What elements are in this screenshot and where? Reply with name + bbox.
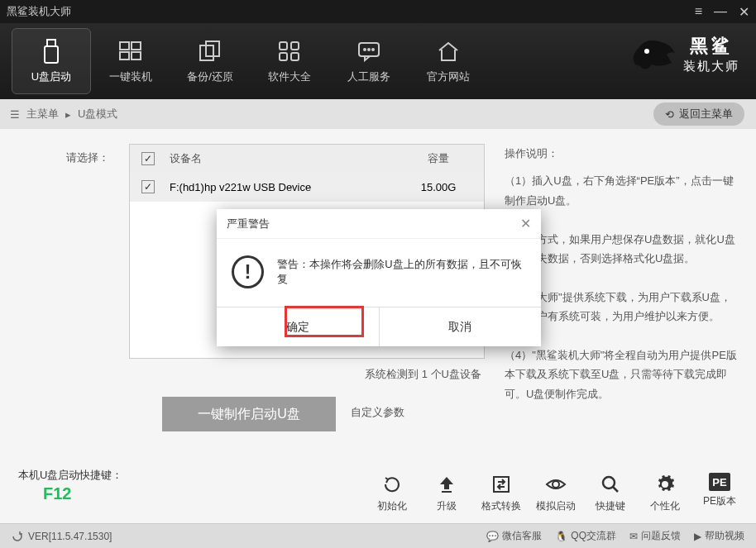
- tool-simulate-boot[interactable]: 模拟启动: [536, 473, 576, 513]
- svg-point-13: [364, 49, 366, 50]
- wechat-support-link[interactable]: 💬微信客服: [486, 529, 542, 543]
- col-device-name: 设备名: [166, 151, 393, 166]
- instructions-title: 操作说明：: [505, 144, 738, 163]
- svg-rect-4: [120, 52, 129, 60]
- dialog-close-icon[interactable]: ✕: [520, 216, 531, 231]
- custom-params-link[interactable]: 自定义参数: [351, 405, 485, 420]
- nav-official-site[interactable]: 官方网站: [409, 28, 488, 94]
- dialog-message: 警告：本操作将会删除U盘上的所有数据，且不可恢复: [277, 257, 526, 287]
- refresh-icon: [12, 531, 23, 542]
- shark-icon: [629, 31, 678, 76]
- svg-point-15: [372, 49, 374, 50]
- help-video-link[interactable]: ▶帮助视频: [694, 529, 744, 543]
- instruction-step: （1）插入U盘，右下角选择“PE版本”，点击一键制作启动U盘。: [505, 171, 738, 210]
- status-bar: VER[11.5.47.1530] 💬微信客服 🐧QQ交流群 ✉问题反馈 ▶帮助…: [0, 523, 756, 548]
- minimize-icon[interactable]: —: [714, 4, 727, 19]
- svg-point-14: [368, 49, 370, 50]
- table-header: ✓ 设备名 容量: [130, 145, 484, 173]
- svg-rect-0: [47, 40, 55, 46]
- top-nav: U盘启动 一键装机 备份/还原 软件大全 人工服务 官方网站 黑鲨 装机大师: [0, 23, 756, 99]
- pe-icon: PE: [709, 473, 730, 491]
- usb-icon: [43, 38, 60, 64]
- gear-icon: [653, 473, 677, 496]
- chevron-right-icon: ▸: [65, 108, 71, 121]
- instruction-step: （4）"黑鲨装机大师"将全程自动为用户提供PE版本下载及系统下载至U盘，只需等待…: [505, 345, 738, 403]
- warning-dialog: 严重警告 ✕ ! 警告：本操作将会删除U盘上的所有数据，且不可恢复 确定 取消: [217, 209, 541, 346]
- svg-rect-11: [291, 53, 299, 60]
- row-checkbox[interactable]: ✓: [141, 180, 155, 193]
- eye-icon: [544, 473, 567, 496]
- nav-label: 官方网站: [427, 69, 470, 84]
- breadcrumb-main[interactable]: 主菜单: [26, 107, 59, 122]
- hotkey-label: 本机U盘启动快捷键：: [18, 469, 122, 481]
- create-boot-usb-button[interactable]: 一键制作启动U盘: [162, 397, 336, 431]
- bottom-toolbar: 初始化 升级 格式转换 模拟启动 快捷键 个性化 PEPE版本: [372, 473, 739, 513]
- brand-sub: 装机大师: [683, 59, 739, 74]
- brand-name: 黑鲨: [690, 34, 733, 59]
- convert-icon: [490, 473, 513, 496]
- nav-software[interactable]: 软件大全: [250, 28, 329, 94]
- back-label: 返回主菜单: [679, 107, 733, 122]
- hotkey-info: 本机U盘启动快捷键： F12: [18, 468, 122, 503]
- tool-pe-version[interactable]: PEPE版本: [700, 473, 739, 513]
- svg-rect-10: [280, 53, 287, 60]
- tool-initialize[interactable]: 初始化: [372, 473, 412, 513]
- feedback-link[interactable]: ✉问题反馈: [629, 529, 681, 543]
- warning-icon: !: [232, 255, 264, 288]
- menu-icon[interactable]: ≡: [695, 4, 702, 19]
- choose-label: 请选择：: [66, 151, 109, 164]
- svg-rect-5: [132, 52, 141, 60]
- nav-support[interactable]: 人工服务: [329, 28, 409, 94]
- version-info[interactable]: VER[11.5.47.1530]: [12, 531, 112, 542]
- detection-status: 系统检测到 1 个U盘设备: [129, 359, 485, 382]
- back-arrow-icon: ⟲: [665, 108, 674, 121]
- breadcrumb-sub: U盘模式: [78, 107, 117, 122]
- col-capacity: 容量: [393, 151, 484, 166]
- table-row[interactable]: ✓ F:(hd1)hp v221w USB Device 15.00G: [130, 173, 484, 201]
- svg-rect-8: [280, 42, 287, 50]
- svg-point-19: [553, 481, 559, 488]
- windows-icon: [118, 38, 143, 64]
- apps-icon: [278, 38, 301, 64]
- breadcrumb: ☰ 主菜单 ▸ U盘模式 ⟲ 返回主菜单: [0, 99, 756, 129]
- app-title: 黑鲨装机大师: [7, 4, 71, 19]
- nav-label: 软件大全: [268, 69, 311, 84]
- upgrade-icon: [435, 473, 458, 496]
- home-icon: [436, 38, 461, 64]
- svg-rect-3: [132, 42, 141, 50]
- svg-rect-18: [494, 477, 509, 492]
- tool-hotkey[interactable]: 快捷键: [591, 473, 630, 513]
- svg-point-20: [603, 477, 615, 488]
- nav-label: U盘启动: [31, 69, 71, 84]
- dialog-title: 严重警告: [227, 217, 270, 231]
- dialog-ok-button[interactable]: 确定: [217, 307, 380, 346]
- close-icon[interactable]: ✕: [739, 4, 749, 20]
- hotkey-value: F12: [43, 484, 122, 503]
- nav-backup-restore[interactable]: 备份/还原: [170, 28, 250, 94]
- nav-label: 人工服务: [347, 69, 390, 84]
- brand-logo: 黑鲨 装机大师: [629, 31, 739, 76]
- svg-rect-17: [442, 491, 452, 493]
- dialog-cancel-button[interactable]: 取消: [380, 307, 542, 346]
- titlebar: 黑鲨装机大师 ≡ — ✕: [0, 0, 756, 23]
- svg-point-16: [644, 49, 649, 54]
- reset-icon: [380, 473, 404, 496]
- copy-icon: [198, 38, 222, 64]
- tool-customize[interactable]: 个性化: [645, 473, 685, 513]
- qq-group-link[interactable]: 🐧QQ交流群: [555, 529, 616, 543]
- svg-rect-2: [120, 42, 129, 50]
- select-all-checkbox[interactable]: ✓: [141, 152, 155, 165]
- svg-rect-9: [291, 42, 299, 50]
- nav-oneclick-install[interactable]: 一键装机: [91, 28, 170, 94]
- tool-format-convert[interactable]: 格式转换: [481, 473, 521, 513]
- back-to-main-button[interactable]: ⟲ 返回主菜单: [653, 102, 744, 126]
- nav-label: 备份/还原: [187, 69, 233, 84]
- tool-upgrade[interactable]: 升级: [427, 473, 467, 513]
- cell-capacity: 15.00G: [393, 181, 484, 193]
- list-icon: ☰: [10, 108, 20, 121]
- chat-icon: [356, 38, 381, 64]
- nav-usb-boot[interactable]: U盘启动: [12, 28, 91, 94]
- search-icon: [599, 473, 622, 496]
- nav-label: 一键装机: [109, 69, 152, 84]
- cell-device-name: F:(hd1)hp v221w USB Device: [166, 181, 393, 193]
